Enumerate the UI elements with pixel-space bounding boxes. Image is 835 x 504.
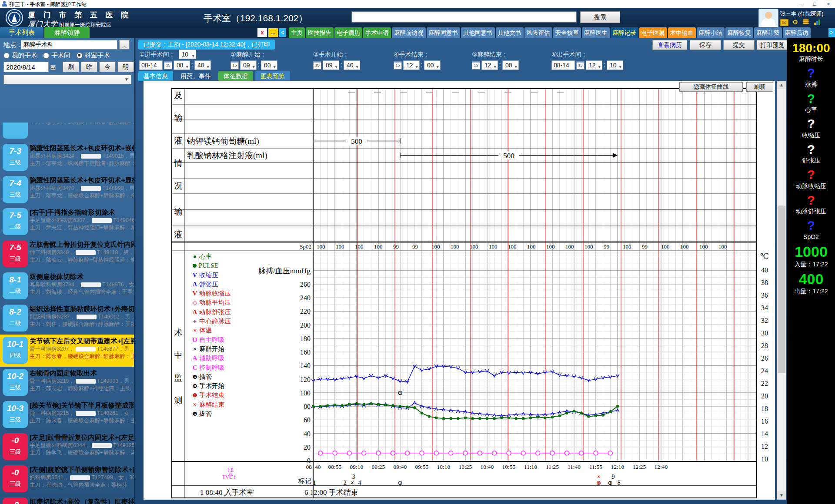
svg-text:10:55: 10:55 xyxy=(502,464,516,470)
list-item-6[interactable]: 8-2二级组织选择性直肠粘膜环切术+外痔切除术肛肠科病房N237，T149012… xyxy=(0,302,134,335)
minute-select[interactable]: 40▼ xyxy=(344,60,360,70)
calendar-icon[interactable]: 15 xyxy=(313,61,321,70)
list-item-0[interactable]: 三级泌尿外科病房3409，T149000，男，12岁主刀：邬宇龙，蛛网膜下腔阻滞… xyxy=(0,123,134,142)
radio-1[interactable]: 手术间 xyxy=(43,51,70,60)
tab-close-icon[interactable]: x xyxy=(257,28,267,37)
calendar-icon[interactable]: 15 xyxy=(472,61,480,70)
main-tab-13[interactable]: 术中输血 xyxy=(668,27,696,38)
location-input[interactable] xyxy=(21,40,117,50)
tab-surgery-list[interactable]: 手术列表 xyxy=(0,27,43,38)
room-select[interactable]: 10▼ xyxy=(179,50,196,59)
main-tab-7[interactable]: 其他文书 xyxy=(496,27,524,38)
scroll-thumb[interactable] xyxy=(778,206,785,373)
minute-select[interactable]: 10▼ xyxy=(607,60,623,70)
date-button-2[interactable]: 今 xyxy=(99,62,116,72)
tab-more-icon[interactable]: ... xyxy=(268,28,278,37)
subtab-0[interactable]: 基本信息 xyxy=(138,71,173,81)
date-button-0[interactable]: 刷 xyxy=(63,62,79,72)
main-tab-11[interactable]: 麻醉记录 xyxy=(611,27,638,38)
room-seq: 8-2 xyxy=(3,305,28,319)
radio-2[interactable]: 科室手术 xyxy=(77,51,110,60)
gear-icon[interactable]: ⚙ xyxy=(792,19,799,25)
subtab-1[interactable]: 用药、事件 xyxy=(175,71,216,81)
list-item-3[interactable]: 7-5二级[右手]手拇指多指畸形切除术手足显微外科病房6307，T149046，… xyxy=(0,206,134,238)
date-button-1[interactable]: 昨 xyxy=(81,62,97,72)
list-item-5[interactable]: 8-1二级双侧扁桃体切除术耳鼻喉科病房3734，T148976，女，26岁主刀：… xyxy=(0,270,134,302)
maximize-icon[interactable]: □ xyxy=(808,0,821,8)
main-tab-5[interactable]: 麻醉同意书 xyxy=(427,27,461,38)
list-item-1[interactable]: 7-3三级隐匿性阴茎延长术+包皮环切术+嵌顿包茎泌尿外科病房3424，T1490… xyxy=(0,142,134,174)
date-field[interactable]: 08-14 xyxy=(139,60,163,70)
coins-icon[interactable] xyxy=(803,19,810,25)
main-tab-8[interactable]: 风险评估 xyxy=(524,27,552,38)
search-button[interactable]: 搜索 xyxy=(580,11,620,23)
list-item-10[interactable]: -0三级[左足]趾骨骨折复位内固定术+[左足]清创手足显微外科病房6344，T1… xyxy=(0,431,134,463)
view-record-button[interactable]: 查看病历 xyxy=(652,40,687,50)
legend-symbol: ⊕ xyxy=(190,372,199,381)
list-item-8[interactable]: 10-2三级右锁骨内固定物取出术骨一科病房3219，T149003，男，38岁：… xyxy=(0,367,134,399)
hide-curve-button[interactable]: 隐藏体征曲线 xyxy=(679,82,743,92)
scroll-up-icon[interactable]: ▲ xyxy=(777,81,786,89)
redacted-name xyxy=(92,218,112,223)
scroll-down-icon[interactable]: ▼ xyxy=(777,491,786,499)
main-tab-4[interactable]: 麻醉前访视 xyxy=(392,27,426,38)
calendar-icon[interactable]: 15 xyxy=(230,61,239,70)
tab-prev-icon[interactable]: < xyxy=(279,28,286,37)
mail-icon[interactable]: ✉ xyxy=(780,19,788,26)
close-icon[interactable]: × xyxy=(822,0,835,8)
level-text: 二级 xyxy=(3,223,28,231)
list-item-9[interactable]: 10-3三级[膝关节镜]关节镜下半月板修整成形术+关骨一科病房3215，T140… xyxy=(0,399,134,431)
date-field[interactable]: 08-14 xyxy=(551,60,575,70)
search-input[interactable] xyxy=(351,11,577,23)
hour-select[interactable]: 08▼ xyxy=(174,60,190,70)
main-tab-9[interactable]: 安全核查 xyxy=(553,27,581,38)
minimize-icon[interactable]: ─ xyxy=(794,0,807,8)
location-more-button[interactable]: ... xyxy=(119,40,130,50)
subtab-3[interactable]: 图表预览 xyxy=(255,71,290,81)
list-item-11[interactable]: -0三级[左侧]腹腔镜下单侧输卵管切除术+[右侧]妇科病房3541，T12749… xyxy=(0,463,134,495)
radio-0[interactable]: 我的手术 xyxy=(3,51,37,60)
list-item-12[interactable]: -0二级肛瘘切除术+高位（复杂性）肛瘘挂线术肛肠科病房N203，T149098，… xyxy=(0,495,134,504)
minute-select[interactable]: 00▼ xyxy=(502,60,519,70)
main-tab-17[interactable]: 麻醉后访 xyxy=(783,27,811,38)
subtab-2[interactable]: 体征数据 xyxy=(218,71,253,81)
main-tab-14[interactable]: 麻醉小结 xyxy=(697,27,725,38)
chart-icon[interactable] xyxy=(814,19,822,25)
main-tab-3[interactable]: 手术申请 xyxy=(363,27,391,38)
submit-button[interactable]: 提交 xyxy=(723,40,755,50)
refresh-button[interactable]: 刷新 xyxy=(746,82,773,92)
list-item-2[interactable]: 7-4三级隐匿性阴茎延长术+包皮环切术+显微镜下泌尿外科病房3470，T1489… xyxy=(0,174,134,206)
list-item-7[interactable]: 10-1四级关节镜下左后交叉韧带重建术+[左膝关节骨一科病房3207，T1458… xyxy=(0,335,134,367)
calendar-icon[interactable]: 15 xyxy=(164,61,172,70)
hour-select[interactable]: 12▼ xyxy=(481,60,498,70)
minute-select[interactable]: 00▼ xyxy=(261,60,277,70)
list-item-4[interactable]: 7-5三级左肱骨髁上骨折切开复位克氏针内固定术骨二科病房3349，T149118… xyxy=(0,238,134,270)
tab-anesthesia-sedation[interactable]: 麻醉镇静 xyxy=(44,27,90,38)
calendar-icon[interactable]: 15 xyxy=(576,61,584,70)
save-button[interactable]: 保存 xyxy=(690,40,721,50)
calendar-icon[interactable]: 15 xyxy=(394,61,402,70)
hour-select[interactable]: 12▼ xyxy=(403,60,420,70)
minute-select[interactable]: 40▼ xyxy=(194,60,211,70)
surgery-title: [膝关节镜]关节镜下半月板修整成形术+关 xyxy=(30,401,134,410)
main-tab-2[interactable]: 电子病历 xyxy=(334,27,362,38)
hour-select[interactable]: 12▼ xyxy=(586,60,602,70)
hour-select[interactable]: 09▼ xyxy=(323,60,339,70)
minute-select[interactable]: 00▼ xyxy=(424,60,441,70)
main-tab-16[interactable]: 麻醉计费 xyxy=(754,27,782,38)
main-tab-15[interactable]: 麻醉恢复 xyxy=(725,27,753,38)
filter-combobox[interactable]: ▼ xyxy=(3,75,131,84)
date-input[interactable] xyxy=(3,62,49,72)
main-tab-1[interactable]: 医技报告 xyxy=(306,27,334,38)
main-tab-0[interactable]: 主页 xyxy=(289,27,305,38)
main-tab-10[interactable]: 麻醉医生 xyxy=(582,27,610,38)
date-button-3[interactable]: 明 xyxy=(117,62,134,72)
main-tab-6[interactable]: 其他同意书 xyxy=(461,27,495,38)
calendar-icon[interactable]: 15 xyxy=(50,65,56,70)
main-tab-12[interactable]: 电子医嘱 xyxy=(639,27,667,38)
svg-text:22: 22 xyxy=(761,380,768,387)
tab-next-icon[interactable]: > xyxy=(828,28,835,37)
chart-vscrollbar[interactable]: ▲ ▼ xyxy=(777,81,786,500)
hour-select[interactable]: 09▼ xyxy=(240,60,257,70)
print-preview-button[interactable]: 打印预览 xyxy=(757,40,788,50)
